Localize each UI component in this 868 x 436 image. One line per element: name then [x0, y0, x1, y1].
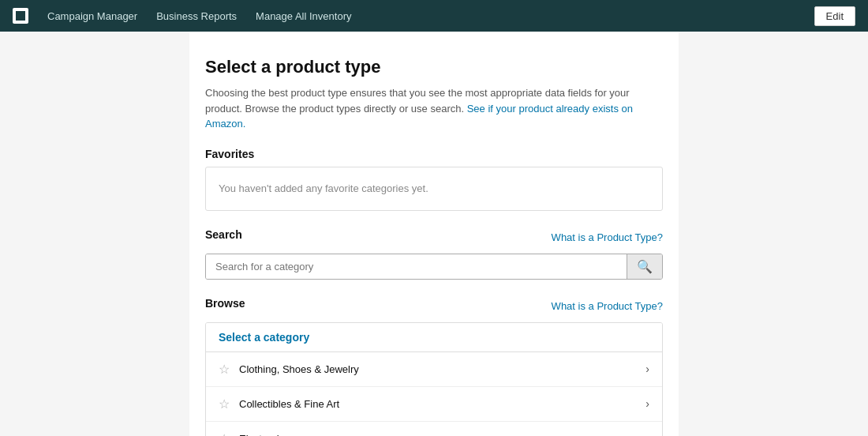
- category-header: Select a category: [206, 323, 662, 352]
- top-nav: Campaign Manager Business Reports Manage…: [0, 0, 868, 32]
- chevron-right-icon: ›: [645, 397, 649, 410]
- browse-what-is-link[interactable]: What is a Product Type?: [552, 300, 663, 312]
- search-input-wrapper: 🔍: [205, 254, 663, 280]
- category-row[interactable]: ☆Clothing, Shoes & Jewelry›: [206, 352, 662, 387]
- page-description: Choosing the best product type ensures t…: [205, 85, 663, 132]
- favorites-box: You haven't added any favorite categorie…: [205, 167, 663, 211]
- nav-campaign-manager[interactable]: Campaign Manager: [47, 10, 137, 22]
- favorite-star-icon[interactable]: ☆: [219, 362, 230, 377]
- favorites-empty-text: You haven't added any favorite categorie…: [219, 182, 428, 194]
- edit-button[interactable]: Edit: [814, 6, 855, 26]
- search-icon: 🔍: [637, 259, 653, 274]
- category-name: Clothing, Shoes & Jewelry: [239, 363, 645, 375]
- category-rows: ☆Clothing, Shoes & Jewelry›☆Collectibles…: [206, 352, 662, 437]
- category-row[interactable]: ☆Collectibles & Fine Art›: [206, 387, 662, 422]
- search-what-is-link[interactable]: What is a Product Type?: [552, 231, 663, 243]
- browse-header: Browse What is a Product Type?: [205, 297, 663, 316]
- nav-manage-inventory[interactable]: Manage All Inventory: [256, 10, 351, 22]
- search-input[interactable]: [206, 254, 627, 279]
- search-header: Search What is a Product Type?: [205, 228, 663, 247]
- favorites-label: Favorites: [205, 148, 663, 160]
- search-button[interactable]: 🔍: [627, 254, 662, 279]
- category-row-right: ›: [645, 432, 649, 436]
- nav-business-reports[interactable]: Business Reports: [156, 10, 237, 22]
- main-content: Select a product type Choosing the best …: [189, 32, 679, 436]
- nav-left: Campaign Manager Business Reports Manage…: [13, 8, 351, 24]
- chevron-right-icon: ›: [645, 363, 649, 375]
- search-section: Search What is a Product Type? 🔍: [205, 228, 663, 280]
- browse-label: Browse: [205, 297, 245, 310]
- category-row-right: ›: [645, 397, 649, 410]
- browse-section: Browse What is a Product Type? Select a …: [205, 297, 663, 437]
- search-label: Search: [205, 228, 242, 241]
- favorite-star-icon[interactable]: ☆: [219, 397, 230, 412]
- page-title: Select a product type: [205, 57, 663, 77]
- category-row-right: ›: [645, 363, 649, 375]
- favorite-star-icon[interactable]: ☆: [219, 431, 230, 437]
- amazon-logo: [13, 8, 28, 24]
- category-name: Collectibles & Fine Art: [239, 398, 645, 410]
- category-name: Electronics: [239, 433, 645, 437]
- chevron-right-icon: ›: [645, 432, 649, 436]
- category-row[interactable]: ☆Electronics›: [206, 422, 662, 437]
- category-list: Select a category ☆Clothing, Shoes & Jew…: [205, 322, 663, 437]
